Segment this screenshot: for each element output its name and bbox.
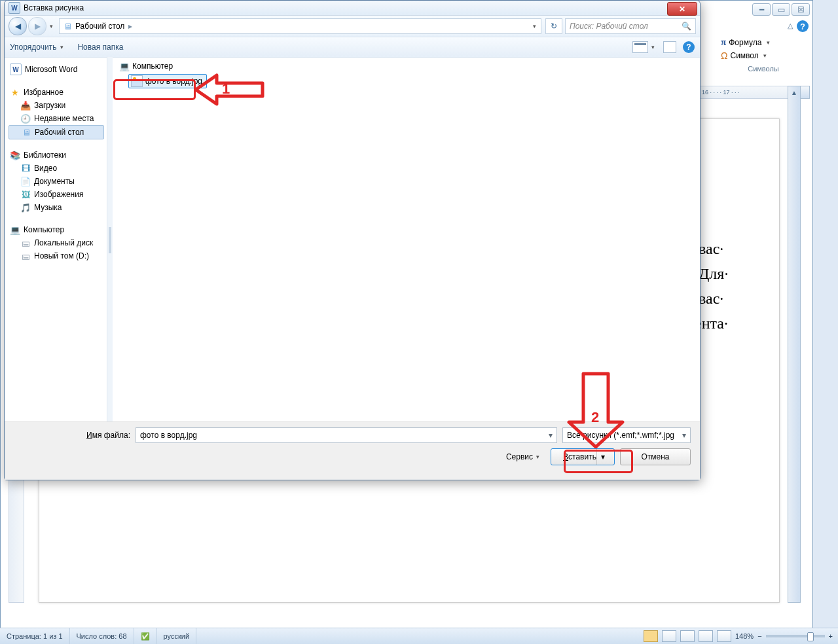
navigation-pane: WMicrosoft Word ★Избранное 📥Загрузки 🕘Не… xyxy=(5,57,107,433)
dialog-toolbar: Упорядочить▾ Новая папка ▾ ? xyxy=(5,37,700,58)
filter-text: Все рисунки (*.emf;*.wmf;*.jpg xyxy=(567,431,674,440)
nav-forward-button[interactable]: ▶ xyxy=(28,17,46,35)
dialog-footer: Имя файла: ▾ Все рисунки (*.emf;*.wmf;*.… xyxy=(5,421,700,480)
search-placeholder: Поиск: Рабочий стол xyxy=(570,22,648,31)
chevron-down-icon: ▾ xyxy=(682,431,686,440)
chevron-down-icon: ▾ xyxy=(534,454,541,460)
organize-button[interactable]: Упорядочить▾ xyxy=(10,43,65,52)
file-list-pane[interactable]: 💻 Компьютер фото в ворд.jpg xyxy=(113,57,700,433)
filename-input[interactable] xyxy=(136,431,545,440)
ribbon-symbols-group: π Формула ▾ Ω Символ ▾ Символы xyxy=(717,17,809,83)
view-mode-button[interactable]: ▾ xyxy=(632,41,657,53)
filename-dropdown-icon[interactable]: ▾ xyxy=(545,431,556,440)
file-item-selected[interactable]: фото в ворд.jpg xyxy=(128,74,207,88)
documents-icon: 📄 xyxy=(20,176,31,187)
pi-icon: π xyxy=(721,37,726,48)
view-mode-icon xyxy=(632,41,648,53)
libraries-icon: 📚 xyxy=(10,150,20,160)
navpane-downloads[interactable]: 📥Загрузки xyxy=(9,99,107,112)
ribbon-formula-label: Формула xyxy=(729,38,761,47)
vertical-scrollbar[interactable]: ▲ xyxy=(788,86,801,603)
file-parent-node[interactable]: 💻 Компьютер xyxy=(119,61,693,71)
music-icon: 🎵 xyxy=(20,202,31,213)
search-input[interactable]: Поиск: Рабочий стол 🔍 xyxy=(565,18,696,34)
navpane-recent[interactable]: 🕘Недавние места xyxy=(9,112,107,125)
chevron-down-icon: ▾ xyxy=(649,44,657,50)
navpane-computer[interactable]: 💻Компьютер xyxy=(9,223,107,236)
new-folder-button[interactable]: Новая папка xyxy=(77,43,123,52)
drive-icon: 🖴 xyxy=(20,238,31,248)
status-language[interactable]: русский xyxy=(157,628,196,644)
zoom-in-button[interactable]: + xyxy=(829,632,833,640)
ribbon-symbol-button[interactable]: Ω Символ ▾ xyxy=(721,49,806,62)
chevron-down-icon[interactable]: ▾ xyxy=(531,23,538,29)
breadcrumb-sep-icon: ▸ xyxy=(124,22,136,31)
file-item-label: фото в ворд.jpg xyxy=(145,77,202,86)
view-draft-button[interactable] xyxy=(717,630,731,642)
view-web-button[interactable] xyxy=(680,630,695,642)
view-fullscreen-button[interactable] xyxy=(662,630,676,642)
file-type-filter[interactable]: Все рисунки (*.emf;*.wmf;*.jpg ▾ xyxy=(562,427,691,443)
view-print-layout-button[interactable] xyxy=(644,630,658,642)
word-caption-buttons: ━ ▭ ☒ xyxy=(752,3,810,16)
chevron-down-icon: ▾ xyxy=(761,52,769,59)
insert-split-dropdown[interactable]: ▾ xyxy=(596,449,609,465)
dialog-close-button[interactable]: ✕ xyxy=(667,2,697,16)
word-restore-button[interactable]: ▭ xyxy=(772,3,790,16)
desktop-icon: 🖥 xyxy=(62,21,73,31)
navpane-documents[interactable]: 📄Документы xyxy=(9,175,107,188)
filename-label: Имя файла: xyxy=(14,431,130,440)
folder-icon: 📥 xyxy=(20,100,31,111)
refresh-button[interactable]: ↻ xyxy=(545,18,562,34)
navpane-volume-d[interactable]: 🖴Новый том (D:) xyxy=(9,249,107,262)
cancel-button[interactable]: Отмена xyxy=(620,448,691,465)
video-icon: 🎞 xyxy=(20,163,31,173)
word-minimize-button[interactable]: ━ xyxy=(752,3,771,16)
drive-icon: 🖴 xyxy=(20,251,31,261)
status-zoom-value[interactable]: 148% xyxy=(735,632,754,640)
navpane-desktop[interactable]: 🖥Рабочий стол xyxy=(9,125,104,139)
zoom-out-button[interactable]: − xyxy=(757,632,761,640)
view-outline-button[interactable] xyxy=(699,630,713,642)
navpane-favorites[interactable]: ★Избранное xyxy=(9,86,107,99)
image-file-icon xyxy=(131,75,143,87)
word-app-icon: W xyxy=(9,2,20,14)
dialog-nav-row: ◀ ▶ ▾ 🖥 Рабочий стол ▸ ▾ ↻ Поиск: Рабочи… xyxy=(5,16,700,37)
dialog-titlebar[interactable]: W Вставка рисунка ✕ xyxy=(5,1,700,16)
desktop-icon: 🖥 xyxy=(21,127,31,137)
navpane-local-disk[interactable]: 🖴Локальный диск xyxy=(9,236,107,249)
word-icon: W xyxy=(10,63,22,75)
horizontal-ruler[interactable]: 16 · · · · 17 · · · xyxy=(699,86,793,99)
word-close-button[interactable]: ☒ xyxy=(792,3,810,16)
zoom-slider[interactable] xyxy=(766,635,825,637)
recent-icon: 🕘 xyxy=(20,113,31,124)
tools-menu[interactable]: Сервис▾ xyxy=(506,452,541,461)
status-word-count[interactable]: Число слов: 68 xyxy=(70,628,134,644)
scroll-up-icon[interactable]: ▲ xyxy=(788,86,800,98)
filename-combobox[interactable]: ▾ xyxy=(136,427,557,443)
breadcrumb-location: Рабочий стол xyxy=(75,22,124,31)
navpane-music[interactable]: 🎵Музыка xyxy=(9,201,107,214)
address-breadcrumb[interactable]: 🖥 Рабочий стол ▸ ▾ xyxy=(59,18,541,34)
dialog-help-button[interactable]: ? xyxy=(683,41,695,53)
navpane-splitter[interactable] xyxy=(107,57,113,433)
navpane-libraries[interactable]: 📚Библиотеки xyxy=(9,149,107,162)
star-icon: ★ xyxy=(10,87,20,98)
insert-picture-dialog: W Вставка рисунка ✕ ◀ ▶ ▾ 🖥 Рабочий стол… xyxy=(4,0,701,480)
nav-back-button[interactable]: ◀ xyxy=(9,17,27,35)
ribbon-formula-button[interactable]: π Формула ▾ xyxy=(721,35,806,49)
status-page[interactable]: Страница: 1 из 1 xyxy=(0,628,70,644)
insert-button[interactable]: Вставить ▾ xyxy=(551,448,615,465)
navpane-pictures[interactable]: 🖼Изображения xyxy=(9,188,107,201)
nav-history-dropdown[interactable]: ▾ xyxy=(48,23,55,29)
navpane-video[interactable]: 🎞Видео xyxy=(9,162,107,175)
navpane-word[interactable]: WMicrosoft Word xyxy=(9,62,107,77)
computer-icon: 💻 xyxy=(119,61,130,71)
ribbon-symbol-label: Символ xyxy=(730,51,758,60)
dialog-title: Вставка рисунка xyxy=(24,3,84,12)
computer-icon: 💻 xyxy=(10,224,20,235)
search-icon: 🔍 xyxy=(682,22,691,31)
preview-pane-button[interactable] xyxy=(663,41,676,53)
status-bar: Страница: 1 из 1 Число слов: 68 ✅ русски… xyxy=(0,628,838,644)
status-proofing[interactable]: ✅ xyxy=(134,628,157,644)
